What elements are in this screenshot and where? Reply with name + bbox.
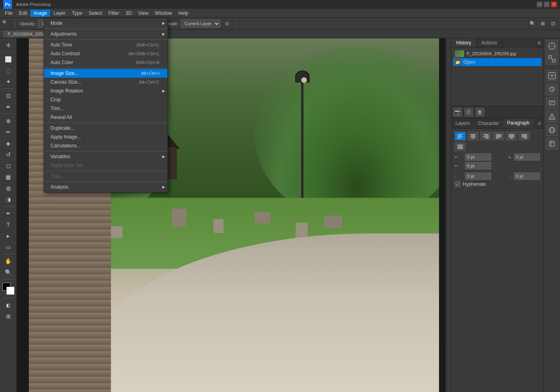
- align-left-button[interactable]: [455, 132, 466, 141]
- justify-right-button[interactable]: [519, 132, 530, 141]
- tool-zoom[interactable]: 🔍: [3, 267, 14, 277]
- vertical-scrollbar[interactable]: [445, 38, 451, 392]
- space-after-input[interactable]: [514, 173, 540, 180]
- tab-paragraph[interactable]: Paragraph: [503, 119, 534, 128]
- menu-item-canvas-size[interactable]: Canvas Size... Alt+Ctrl+C: [44, 78, 167, 86]
- menu-item-adjustments[interactable]: Adjustments: [44, 30, 167, 38]
- menu-file[interactable]: File: [2, 10, 16, 17]
- tool-crop[interactable]: ⊡: [3, 90, 14, 101]
- tab-character[interactable]: Character: [474, 119, 503, 128]
- sample-icon[interactable]: ⊙: [223, 19, 232, 28]
- color-picker[interactable]: [2, 283, 14, 295]
- menu-item-duplicate[interactable]: Duplicate...: [44, 124, 167, 133]
- history-new-snapshot[interactable]: 📷: [453, 108, 462, 117]
- history-panel-menu[interactable]: ≡: [535, 40, 543, 46]
- menu-item-apply-data-set-label: Apply Data Set...: [50, 163, 87, 168]
- tool-extra1[interactable]: ◐: [3, 300, 14, 310]
- menu-item-trap-label: Trap...: [50, 173, 64, 179]
- paths-button[interactable]: [546, 53, 558, 65]
- tab-history[interactable]: History: [451, 38, 476, 47]
- menu-item-variables[interactable]: Variables: [44, 152, 167, 161]
- close-button[interactable]: ✕: [551, 2, 557, 7]
- menu-type[interactable]: Type: [68, 10, 85, 17]
- hyphenate-checkbox[interactable]: [455, 181, 460, 187]
- search-icon[interactable]: 🔍: [528, 19, 537, 28]
- menu-item-crop[interactable]: Crop: [44, 95, 167, 104]
- menu-item-analysis[interactable]: Analysis: [44, 183, 167, 191]
- tab-actions[interactable]: Actions: [476, 38, 502, 47]
- menu-window[interactable]: Window: [152, 10, 175, 17]
- menu-help[interactable]: Help: [175, 10, 191, 17]
- tool-type[interactable]: T: [3, 219, 14, 230]
- menu-item-calculations[interactable]: Calculations...: [44, 141, 167, 150]
- history-item-file[interactable]: P_20150604_205209.jpg: [453, 49, 542, 58]
- first-indent-input[interactable]: [465, 162, 491, 169]
- menu-item-apply-image[interactable]: Apply Image...: [44, 133, 167, 141]
- sample-select[interactable]: Current Layer: [181, 20, 220, 28]
- space-after-icon: ↓: [504, 174, 512, 179]
- menu-image[interactable]: Image: [30, 10, 50, 17]
- history-item-open[interactable]: 📂 Open: [453, 58, 542, 66]
- fr-btn-3[interactable]: [546, 97, 558, 109]
- tool-move[interactable]: ✛: [3, 40, 14, 50]
- menu-item-image-size[interactable]: Image Size... Alt+Ctrl+I: [44, 69, 167, 78]
- history-tab-bar: History Actions ≡: [451, 38, 543, 48]
- zoom-icon[interactable]: ⊡: [549, 19, 558, 28]
- menu-item-trim[interactable]: Trim...: [44, 104, 167, 113]
- space-before-icon: ↑: [455, 174, 463, 179]
- menu-select[interactable]: Select: [85, 10, 105, 17]
- svg-line-37: [552, 89, 553, 90]
- tool-eyedropper[interactable]: ✒: [3, 102, 14, 112]
- indent-right-input[interactable]: [514, 153, 540, 161]
- fr-btn-2[interactable]: [546, 83, 558, 95]
- layers-panel-menu[interactable]: ≡: [536, 121, 543, 126]
- tool-healing[interactable]: ⊕: [3, 116, 14, 126]
- fr-btn-6[interactable]: [546, 138, 558, 150]
- tool-dodge[interactable]: ◑: [3, 194, 14, 205]
- tool-pen[interactable]: ✒: [3, 208, 14, 219]
- tool-clone[interactable]: ◈: [3, 138, 14, 149]
- justify-left-button[interactable]: [493, 132, 504, 141]
- indent-left-input[interactable]: [465, 153, 491, 161]
- fr-btn-1[interactable]: [546, 70, 558, 82]
- menu-item-image-rotation[interactable]: Image Rotation: [44, 86, 167, 95]
- align-right-button[interactable]: [480, 132, 492, 141]
- svg-rect-31: [552, 59, 555, 62]
- arrange-icon[interactable]: ⊞: [538, 19, 547, 28]
- menu-item-auto-color[interactable]: Auto Color Shift+Ctrl+B: [44, 58, 167, 67]
- align-center-button[interactable]: [467, 132, 479, 141]
- tool-history-brush[interactable]: ↺: [3, 149, 14, 160]
- tool-rect-marquee[interactable]: ⬜: [3, 54, 14, 64]
- history-delete[interactable]: 🗑: [475, 108, 484, 117]
- menu-view[interactable]: View: [135, 10, 152, 17]
- tool-extra2[interactable]: ⊞: [3, 311, 14, 322]
- tool-gradient[interactable]: ▦: [3, 172, 14, 182]
- tool-shape[interactable]: ▭: [3, 242, 14, 252]
- menu-3d[interactable]: 3D: [122, 10, 135, 17]
- justify-all-button[interactable]: [455, 142, 466, 151]
- menu-item-mode[interactable]: Mode: [44, 19, 167, 28]
- space-before-input[interactable]: [465, 173, 491, 180]
- menu-filter[interactable]: Filter: [105, 10, 123, 17]
- minimize-button[interactable]: —: [537, 2, 542, 7]
- tab-layers[interactable]: Layers: [451, 119, 474, 128]
- tool-brush[interactable]: ✏: [3, 127, 14, 137]
- menu-item-auto-contrast[interactable]: Auto Contrast Alt+Shift+Ctrl+L: [44, 49, 167, 58]
- fr-btn-4[interactable]: [546, 111, 558, 123]
- channels-button[interactable]: [546, 40, 558, 52]
- background-color[interactable]: [6, 287, 14, 295]
- tool-hand[interactable]: ✋: [3, 256, 14, 266]
- history-create-doc[interactable]: 🗋: [464, 108, 473, 117]
- tool-eraser[interactable]: ◻: [3, 161, 14, 171]
- tool-magic-wand[interactable]: ✦: [3, 76, 14, 87]
- menu-item-auto-tone[interactable]: Auto Tone Shift+Ctrl+L: [44, 40, 167, 49]
- justify-center-button[interactable]: [506, 132, 517, 141]
- tool-blur[interactable]: ◍: [3, 183, 14, 193]
- tool-path-select[interactable]: ▸: [3, 231, 14, 241]
- maximize-button[interactable]: □: [544, 2, 550, 7]
- tool-lasso[interactable]: ◌: [3, 65, 14, 76]
- menu-layer[interactable]: Layer: [50, 10, 68, 17]
- fr-btn-5[interactable]: [546, 124, 558, 136]
- menu-item-reveal-all[interactable]: Reveal All: [44, 113, 167, 122]
- menu-edit[interactable]: Edit: [16, 10, 30, 17]
